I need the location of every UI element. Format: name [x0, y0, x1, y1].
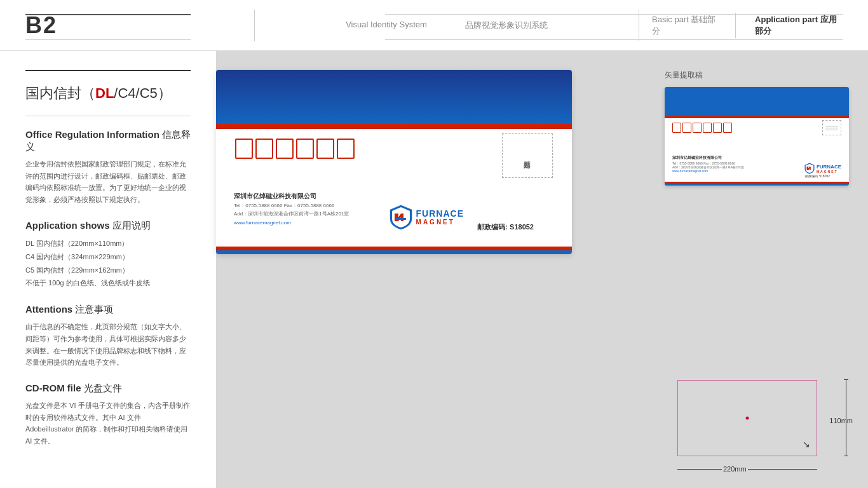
center-header-divider-top — [385, 14, 843, 15]
thumb-blue-bottom — [665, 184, 849, 186]
thumb-blue-top — [665, 87, 849, 116]
envelope-red-stripe — [216, 124, 572, 129]
dim-arrow-right — [748, 469, 817, 470]
envelope-logo: FURNACE MAGNET — [390, 205, 464, 230]
section1-body: 企业专用信封依照国家邮政管理部门规定，在标准允许的范围内进行设计，邮政编码框、贴… — [25, 158, 191, 206]
section4-body: 光盘文件是本 VI 手册电子文件的集合，内含手册制作时的专用软件格式文件。其中 … — [25, 400, 191, 447]
stamp-line-2 — [825, 128, 838, 128]
header-right: Basic part 基础部分 Application part 应用部分 — [652, 13, 843, 38]
sender-addr: Add：深圳市前海深港合作区前湾一路1号A栋201室 — [234, 210, 349, 219]
list-item: DL 国内信封（220mm×110mm） — [25, 237, 191, 250]
postcode-box-3 — [276, 139, 294, 159]
left-panel: 国内信封（DL/C4/C5） Office Regulation Informa… — [0, 51, 216, 488]
stamp-area: 贴邮票处 — [502, 133, 553, 178]
stamp-line-3 — [825, 130, 838, 130]
postcode-box-5 — [316, 139, 334, 159]
sender-info: 深圳市亿焯磁业科技有限公司 Tel：0755-5888 6666 Fax：075… — [234, 192, 349, 226]
sender-name: 深圳市亿焯磁业科技有限公司 — [234, 192, 349, 201]
dim-width-row: 220mm — [677, 465, 817, 473]
header-left: B2 — [25, 12, 241, 39]
postcode-boxes — [235, 139, 355, 159]
section1-heading: Office Regulation Information 信息释义 — [25, 129, 191, 153]
svg-rect-0 — [396, 218, 406, 220]
page-title-rest: /C4/C5） — [114, 85, 171, 101]
thumb-logo: FURNACE MAGNET — [804, 163, 841, 174]
vis-title: Visual Identity System — [346, 20, 427, 31]
section-office-regulation: Office Regulation Information 信息释义 企业专用信… — [25, 129, 191, 206]
sender-tel: Tel：0755-5888 6666 Fax：0755-5888 6666 — [234, 202, 349, 210]
header: B2 Visual Identity System 品牌视觉形象识别系统 Bas… — [0, 0, 868, 51]
postcode-bottom: 邮政编码: S18052 — [477, 222, 534, 232]
thumbnail-envelope: 深圳市亿焯磁业科技有限公司 Tel：0755-5888 6666 Fax：075… — [665, 87, 849, 186]
section2-heading-cn: 应用说明 — [110, 220, 151, 231]
section2-heading: Application shows 应用说明 — [25, 220, 191, 232]
postcode-box-4 — [296, 139, 314, 159]
sender-web: www.furnacemagnet.com — [234, 220, 349, 226]
envelope-blue-bottom — [216, 250, 572, 254]
thumb-pc-box-1 — [672, 123, 681, 133]
logo-furnace: FURNACE — [416, 209, 464, 219]
page-title: 国内信封（DL/C4/C5） — [25, 84, 191, 103]
logo-magnet: MAGNET — [416, 219, 464, 226]
thumb-postcode-num: 邮政编码: 518052 — [805, 174, 830, 178]
postcode-box-1 — [235, 139, 253, 159]
thumb-pc-box-5 — [713, 123, 722, 133]
thumb-sender-web: www.furnacemagnet.com — [672, 169, 744, 173]
page-title-prefix: 国内信封（ — [25, 85, 95, 101]
envelope: 贴邮票处 深圳市亿焯磁业科技有限公司 Tel：0755-5888 6666 Fa… — [216, 70, 572, 254]
dim-width-label: 220mm — [723, 465, 747, 473]
dimension-diagram: ↘ 110mm 220mm — [665, 367, 855, 475]
thumb-sender: 深圳市亿焯磁业科技有限公司 Tel：0755-5888 6666 Fax：075… — [672, 155, 744, 173]
vis-title-cn: 品牌视觉形象识别系统 — [465, 20, 548, 31]
postcode-box-6 — [337, 139, 355, 159]
logo-text: FURNACE MAGNET — [416, 209, 464, 226]
section3-heading-en: Attentions — [25, 304, 72, 315]
top-divider — [25, 70, 191, 71]
nav-basic[interactable]: Basic part 基础部分 — [652, 14, 716, 37]
section1-heading-en: Office Regulation Information — [25, 129, 159, 140]
dim-v-line — [846, 380, 846, 456]
section4-heading: CD-ROM file 光盘文件 — [25, 383, 191, 395]
header-center-top: Visual Identity System 品牌视觉形象识别系统 — [255, 20, 639, 31]
nav-application[interactable]: Application part 应用部分 — [755, 14, 843, 37]
section4-heading-en: CD-ROM file — [25, 383, 81, 393]
thumb-stamp-lines — [825, 125, 838, 132]
dim-arrow-left — [677, 469, 722, 470]
thumb-sender-name: 深圳市亿焯磁业科技有限公司 — [672, 155, 744, 161]
dim-height-label: 110mm — [829, 417, 853, 424]
nav-divider — [735, 13, 736, 38]
left-header-divider-top — [25, 14, 191, 15]
dim-tick-top — [844, 379, 848, 380]
list-item: 不低于 100g 的白色纸、浅色纸或牛皮纸 — [25, 276, 191, 290]
list-item: C4 国内信封（324mm×229mm） — [25, 250, 191, 264]
thumb-pc-box-2 — [682, 123, 691, 133]
main-area: 信封效果图 贴邮票处 深圳市亿焯磁业科技有限公司 Tel：0755-5888 6… — [216, 51, 868, 488]
thumbnail-section: 矢量提取稿 深圳市亿焯磁业科 — [665, 70, 849, 198]
section-cdrom: CD-ROM file 光盘文件 光盘文件是本 VI 手册电子文件的集合，内含手… — [25, 383, 191, 447]
thumbnail-label: 矢量提取稿 — [665, 70, 849, 81]
envelope-blue-top — [216, 70, 572, 124]
section2-heading-en: Application shows — [25, 220, 110, 231]
page-title-highlight: DL — [95, 85, 114, 101]
cursor-icon: ↘ — [803, 439, 810, 449]
left-header-divider-bottom — [25, 39, 191, 40]
thumb-magnet: MAGNET — [817, 170, 841, 173]
sub-divider-1 — [25, 116, 191, 116]
section-attentions: Attentions 注意事项 由于信息的不确定性，此页部分规范（如文字大小、间… — [25, 304, 191, 369]
dim-box: ↘ — [677, 380, 817, 456]
dim-tick-bottom — [844, 456, 848, 456]
logo-shield-icon — [390, 205, 412, 230]
thumb-red-stripe — [665, 116, 849, 118]
section3-body: 由于信息的不确定性，此页部分规范（如文字大小、间距等）可作为参考使用，具体可根据… — [25, 321, 191, 369]
section3-heading-cn: 注意事项 — [72, 304, 113, 315]
dim-dot — [746, 417, 749, 420]
thumb-pc-box-4 — [703, 123, 712, 133]
thumb-postcode-boxes — [672, 123, 732, 133]
thumb-pc-box-3 — [693, 123, 702, 133]
thumb-furnace: FURNACE — [817, 164, 841, 170]
stamp-line-1 — [825, 126, 838, 126]
section4-heading-cn: 光盘文件 — [81, 383, 122, 393]
page-code: B2 — [25, 12, 57, 39]
thumb-logo-text: FURNACE MAGNET — [817, 164, 841, 173]
postcode-box-2 — [255, 139, 273, 159]
